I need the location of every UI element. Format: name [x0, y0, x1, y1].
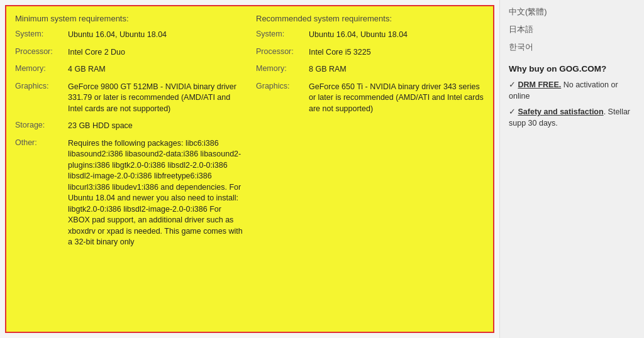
why-buy-section: Why buy on GOG.COM? ✓ DRM FREE. No activ…: [509, 64, 635, 129]
benefit-safety: ✓ Safety and satisfaction. Stellar supp …: [509, 107, 635, 129]
rec-processor-row: Processor: Intel Core i5 3225: [256, 47, 484, 58]
rec-system-label: System:: [256, 30, 306, 38]
min-other-label: Other:: [15, 138, 65, 147]
min-memory-value: 4 GB RAM: [68, 64, 243, 75]
rec-graphics-row: Graphics: GeForce 650 Ti - NVIDIA binary…: [256, 82, 484, 115]
rec-header: Recommended system requirements:: [256, 14, 484, 23]
rec-processor-label: Processor:: [256, 47, 306, 56]
min-system-label: System:: [15, 30, 65, 38]
checkmark-safety: ✓: [509, 107, 518, 116]
rec-memory-label: Memory:: [256, 64, 306, 73]
benefit-drm-bold: DRM FREE.: [518, 80, 561, 89]
min-processor-value: Intel Core 2 Duo: [68, 47, 243, 58]
min-processor-row: Processor: Intel Core 2 Duo: [15, 47, 243, 58]
min-memory-row: Memory: 4 GB RAM: [15, 64, 243, 75]
min-system-value: Ubuntu 16.04, Ubuntu 18.04: [68, 30, 243, 41]
why-buy-title: Why buy on GOG.COM?: [509, 64, 635, 74]
rec-system-value: Ubuntu 16.04, Ubuntu 18.04: [309, 30, 484, 41]
rec-system-row: System: Ubuntu 16.04, Ubuntu 18.04: [256, 30, 484, 41]
rec-memory-value: 8 GB RAM: [309, 64, 484, 75]
benefit-safety-bold: Safety and satisfaction: [518, 107, 603, 116]
min-storage-row: Storage: 23 GB HDD space: [15, 121, 243, 132]
min-processor-label: Processor:: [15, 47, 65, 56]
min-other-value: Requires the following packages: libc6:i…: [68, 138, 243, 248]
min-system-row: System: Ubuntu 16.04, Ubuntu 18.04: [15, 30, 243, 41]
min-memory-label: Memory:: [15, 64, 65, 73]
min-header: Minimum system requirements:: [15, 14, 243, 23]
min-requirements-col: Minimum system requirements: System: Ubu…: [15, 14, 243, 254]
main-content: Minimum system requirements: System: Ubu…: [0, 0, 499, 338]
checkmark-drm: ✓: [509, 80, 518, 89]
rec-memory-row: Memory: 8 GB RAM: [256, 64, 484, 75]
language-links: 中文(繁體) 日本語 한국어: [509, 5, 635, 54]
requirements-grid: Minimum system requirements: System: Ubu…: [15, 14, 484, 254]
min-storage-label: Storage:: [15, 121, 65, 129]
rec-requirements-col: Recommended system requirements: System:…: [256, 14, 484, 254]
benefit-drm: ✓ DRM FREE. No activation or online: [509, 80, 635, 102]
min-graphics-value: GeForce 9800 GT 512MB - NVIDIA binary dr…: [68, 82, 243, 115]
lang-chinese-traditional[interactable]: 中文(繁體): [509, 5, 635, 19]
sidebar: 中文(繁體) 日本語 한국어 Why buy on GOG.COM? ✓ DRM…: [499, 0, 644, 338]
rec-graphics-value: GeForce 650 Ti - NVIDIA binary driver 34…: [309, 82, 484, 115]
min-storage-value: 23 GB HDD space: [68, 121, 243, 132]
rec-processor-value: Intel Core i5 3225: [309, 47, 484, 58]
lang-korean[interactable]: 한국어: [509, 40, 635, 54]
min-other-row: Other: Requires the following packages: …: [15, 138, 243, 248]
rec-graphics-label: Graphics:: [256, 82, 306, 90]
min-graphics-row: Graphics: GeForce 9800 GT 512MB - NVIDIA…: [15, 82, 243, 115]
lang-japanese[interactable]: 日本語: [509, 23, 635, 36]
requirements-box: Minimum system requirements: System: Ubu…: [5, 5, 494, 333]
min-graphics-label: Graphics:: [15, 82, 65, 90]
